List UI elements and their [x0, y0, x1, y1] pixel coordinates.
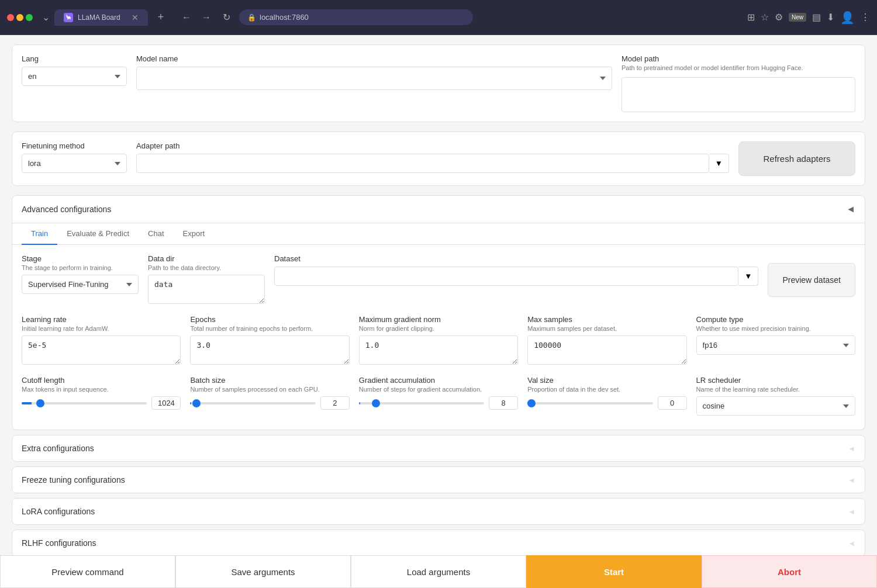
tab-evaluate[interactable]: Evaluate & Predict: [57, 223, 139, 245]
compute-type-group: Compute type Whether to use mixed precis…: [696, 315, 855, 366]
cutoff-length-slider[interactable]: [22, 402, 147, 404]
dataset-group: Dataset ▼: [274, 254, 758, 286]
abort-button[interactable]: Abort: [702, 555, 877, 588]
finetuning-method-group: Finetuning method lora freeze full: [22, 141, 127, 173]
lora-config-header[interactable]: LoRA configurations ◄: [12, 499, 865, 524]
tabs-header: Train Evaluate & Predict Chat Export: [12, 223, 865, 245]
advanced-configurations: Advanced configurations ◄ Train Evaluate…: [12, 195, 865, 430]
url-text: localhost:7860: [260, 13, 309, 22]
lr-scheduler-label: LR scheduler: [696, 376, 855, 385]
max-samples-group: Max samples Maximum samples per dataset.…: [527, 315, 686, 366]
gradient-accum-value: 8: [489, 396, 518, 410]
model-path-input[interactable]: [622, 77, 855, 112]
rlhf-config-header[interactable]: RLHF configurations ◄: [12, 530, 865, 556]
batch-size-desc: Number of samples processed on each GPU.: [190, 386, 349, 393]
train-row1: Stage The stage to perform in training. …: [22, 254, 855, 306]
freeze-tuning-section: Freeze tuning configurations ◄: [12, 466, 865, 493]
extra-config-label: Extra configurations: [22, 444, 94, 453]
lr-scheduler-select[interactable]: cosine linear constant: [696, 396, 855, 416]
gradient-accum-group: Gradient accumulation Number of steps fo…: [359, 376, 518, 416]
preview-command-label: Preview command: [51, 567, 123, 577]
cutoff-length-group: Cutoff length Max tokens in input sequen…: [22, 376, 181, 416]
save-arguments-label: Save arguments: [231, 567, 295, 577]
translate-icon[interactable]: ⊞: [747, 12, 755, 23]
preview-dataset-button[interactable]: Preview dataset: [768, 263, 855, 297]
batch-size-value: 2: [320, 396, 350, 410]
tab-export[interactable]: Export: [174, 223, 215, 245]
advanced-config-header[interactable]: Advanced configurations ◄: [12, 195, 865, 223]
data-dir-input[interactable]: data: [148, 275, 265, 304]
menu-icon[interactable]: ⋮: [861, 12, 870, 23]
data-dir-desc: Path to the data directory.: [148, 264, 265, 271]
tab-chat[interactable]: Chat: [139, 223, 173, 245]
finetuning-section: Finetuning method lora freeze full Adapt…: [12, 132, 865, 186]
back-btn[interactable]: ←: [178, 9, 195, 26]
val-size-slider[interactable]: [527, 402, 652, 404]
sidebar-icon[interactable]: ▤: [812, 12, 821, 23]
adapter-path-input[interactable]: [136, 154, 709, 173]
gradient-accum-label: Gradient accumulation: [359, 376, 518, 385]
model-name-label: Model name: [136, 54, 612, 63]
profile-icon[interactable]: 👤: [840, 11, 855, 25]
browser-chrome: ⌄ 🦙 LLaMA Board ✕ + ← → ↻ 🔒 localhost:78…: [0, 0, 877, 35]
reload-btn[interactable]: ↻: [218, 9, 234, 26]
stage-select[interactable]: Supervised Fine-Tuning Reward Modeling P…: [22, 275, 139, 294]
main-content: Lang en zh ja Model name Model path Path…: [0, 35, 877, 588]
epochs-input[interactable]: 3.0: [190, 335, 349, 365]
epochs-group: Epochs Total number of training epochs t…: [190, 315, 349, 366]
dataset-dropdown[interactable]: ▼: [738, 267, 758, 286]
browser-actions: ⊞ ☆ ⚙ New ▤ ⬇ 👤 ⋮: [747, 11, 870, 25]
max-samples-input[interactable]: 100000: [527, 335, 686, 365]
browser-tab[interactable]: 🦙 LLaMA Board ✕: [54, 9, 148, 26]
model-path-label: Model path: [622, 54, 855, 63]
adapter-path-dropdown[interactable]: ▼: [709, 154, 729, 173]
compute-type-select[interactable]: fp16 bf16 fp32: [696, 335, 855, 355]
bookmark-icon[interactable]: ☆: [761, 12, 769, 23]
load-arguments-button[interactable]: Load arguments: [351, 555, 526, 588]
learning-rate-input[interactable]: 5e-5: [22, 335, 181, 365]
rlhf-config-label: RLHF configurations: [22, 538, 96, 548]
extension-icon[interactable]: ⚙: [775, 12, 783, 23]
lora-configurations-section: LoRA configurations ◄: [12, 498, 865, 525]
save-arguments-button[interactable]: Save arguments: [175, 555, 351, 588]
lang-select[interactable]: en zh ja: [22, 67, 127, 86]
cutoff-length-desc: Max tokens in input sequence.: [22, 386, 181, 393]
forward-btn[interactable]: →: [198, 9, 215, 26]
start-button[interactable]: Start: [526, 555, 702, 588]
dataset-input[interactable]: [274, 267, 738, 286]
refresh-adapters-button[interactable]: Refresh adapters: [738, 141, 855, 176]
train-row2: Learning rate Initial learning rate for …: [22, 315, 855, 366]
refresh-adapters-label: Refresh adapters: [763, 154, 830, 164]
gradient-accum-slider[interactable]: [359, 402, 484, 404]
extra-config-header[interactable]: Extra configurations ◄: [12, 435, 865, 461]
load-arguments-label: Load arguments: [407, 567, 470, 577]
learning-rate-group: Learning rate Initial learning rate for …: [22, 315, 181, 366]
val-size-desc: Proportion of data in the dev set.: [527, 386, 686, 393]
lr-scheduler-group: LR scheduler Name of the learning rate s…: [696, 376, 855, 416]
address-bar[interactable]: 🔒 localhost:7860: [239, 9, 473, 25]
tab-close-btn[interactable]: ✕: [132, 13, 139, 22]
max-grad-norm-input[interactable]: 1.0: [359, 335, 518, 365]
freeze-tuning-header[interactable]: Freeze tuning configurations ◄: [12, 467, 865, 493]
model-name-select[interactable]: [136, 67, 612, 90]
lora-config-label: LoRA configurations: [22, 507, 95, 516]
freeze-tuning-label: Freeze tuning configurations: [22, 475, 125, 485]
lora-config-arrow: ◄: [848, 507, 855, 516]
dataset-label: Dataset: [274, 254, 758, 263]
new-tab-btn[interactable]: +: [153, 9, 169, 26]
finetuning-method-select[interactable]: lora freeze full: [22, 154, 127, 173]
batch-size-group: Batch size Number of samples processed o…: [190, 376, 349, 416]
model-path-group: Model path Path to pretrained model or m…: [622, 54, 855, 112]
model-path-desc: Path to pretrained model or model identi…: [622, 64, 855, 71]
lang-label: Lang: [22, 54, 127, 63]
new-icon: New: [789, 13, 806, 22]
batch-size-slider[interactable]: [190, 402, 315, 404]
learning-rate-desc: Initial learning rate for AdamW.: [22, 325, 181, 332]
lr-scheduler-desc: Name of the learning rate scheduler.: [696, 386, 855, 393]
download-icon[interactable]: ⬇: [827, 12, 834, 23]
model-name-group: Model name: [136, 54, 612, 112]
preview-command-button[interactable]: Preview command: [0, 555, 175, 588]
tab-train[interactable]: Train: [22, 223, 57, 245]
train-row3: Cutoff length Max tokens in input sequen…: [22, 376, 855, 416]
dropdown-icon[interactable]: ⌄: [42, 12, 50, 23]
